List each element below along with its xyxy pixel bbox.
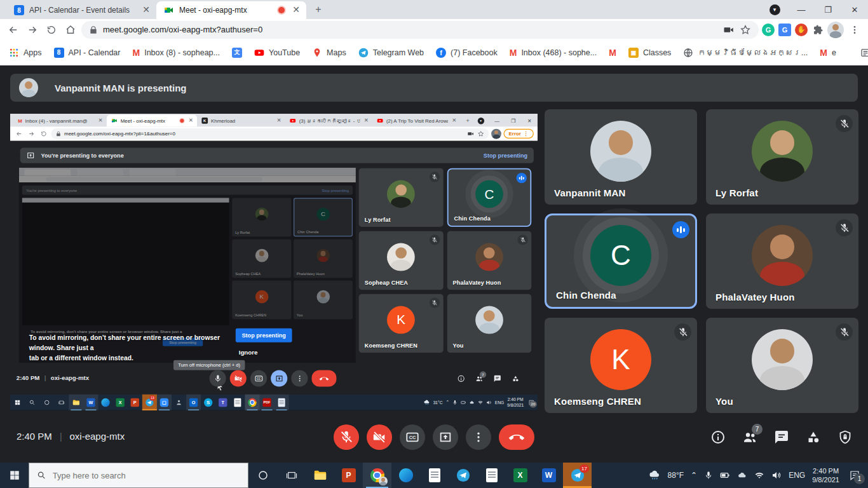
bookmark-classes[interactable]: ▣Classes — [628, 48, 671, 58]
avatar — [475, 243, 503, 271]
bookmark-youtube[interactable]: YouTube — [254, 48, 300, 58]
taskbar-excel[interactable]: X — [506, 463, 534, 488]
mic-muted-icon — [517, 234, 527, 245]
tab-camera-icon[interactable] — [723, 24, 735, 36]
participant-tile-koemseng[interactable]: K Koemseng CHREN — [545, 318, 697, 413]
browser-address-bar: meet.google.com/oxi-eapg-mtx?authuser=0 … — [0, 19, 868, 40]
omnibox[interactable]: meet.google.com/oxi-eapg-mtx?authuser=0 — [81, 21, 759, 39]
taskbar-word[interactable]: W — [534, 463, 563, 488]
bookmark-facebook[interactable]: f(7) Facebook — [436, 48, 498, 58]
close-button[interactable]: ✕ — [841, 0, 868, 19]
people-count-badge: 7 — [752, 424, 763, 435]
tray-chevron-icon[interactable]: ⌃ — [691, 471, 697, 480]
taskbar-file-explorer[interactable] — [306, 463, 334, 488]
participant-grid: Vanpannit MAN Ly Rorfat C Chin Chenda Ph… — [545, 109, 858, 413]
mic-off-button[interactable] — [334, 424, 359, 450]
bookmark-inbox-8[interactable]: MInbox (8) - sopheap... — [132, 48, 220, 58]
more-options-button[interactable] — [466, 424, 491, 450]
you-are-presenting-banner: You're presenting to everyone Stop prese… — [20, 147, 534, 163]
weather-temp[interactable]: 88°F — [668, 471, 684, 480]
back-icon[interactable] — [5, 22, 22, 38]
captions-button[interactable]: CC — [400, 424, 425, 450]
bookmark-apps[interactable]: Apps — [9, 48, 42, 58]
reading-list-button[interactable]: Reading list — [860, 48, 868, 58]
language-indicator[interactable]: ENG — [789, 471, 805, 480]
host-controls-icon[interactable] — [837, 430, 853, 445]
start-button[interactable] — [0, 463, 29, 488]
minimize-button[interactable]: — — [788, 0, 815, 19]
extensions-puzzle-icon[interactable] — [811, 23, 825, 37]
bookmark-gmail[interactable]: M — [609, 48, 616, 58]
tray-battery-icon[interactable] — [720, 470, 730, 480]
maximize-button[interactable]: ❐ — [815, 0, 841, 19]
participant-tile-phalavatey[interactable]: PhalaVatey Huon — [706, 214, 858, 309]
translate-extension-icon[interactable]: G — [778, 23, 792, 37]
new-tab-button[interactable]: + — [310, 1, 327, 18]
camera-off-button[interactable] — [367, 424, 392, 450]
participant-tile-speaking: C Chin Chenda — [447, 168, 531, 227]
bookmark-translate[interactable]: 文 — [232, 48, 242, 58]
taskbar-chrome-active[interactable] — [363, 463, 391, 488]
youtube-icon — [377, 118, 383, 124]
tray-wifi-icon[interactable] — [754, 470, 764, 480]
screen-share-stage[interactable]: M Inbox (4) - vanpannit.man@✕ Meet - oxi… — [10, 114, 538, 410]
bookmark-khmer-site[interactable]: កម្មវិធីបម្លែងអក្សរ... — [683, 48, 808, 58]
taskbar-telegram-active[interactable]: 17 — [563, 463, 592, 488]
grammarly-extension-icon[interactable]: G — [761, 23, 775, 37]
bookmark-inbox-468[interactable]: MInbox (468) - sophe... — [510, 48, 597, 58]
mic-muted-icon — [674, 323, 691, 341]
taskbar-powerpoint[interactable]: P — [334, 463, 363, 488]
reload-icon[interactable] — [43, 22, 60, 38]
weather-icon[interactable] — [648, 469, 661, 482]
tab-meet[interactable]: Meet - oxi-eapg-mtx ✕ — [156, 1, 306, 19]
bookmark-e[interactable]: Me — [820, 48, 836, 58]
panel-icons: 7 — [710, 430, 853, 445]
ignore-button: Ignore — [239, 349, 258, 356]
cortana-button[interactable] — [248, 463, 277, 488]
taskbar-edge[interactable] — [391, 463, 420, 488]
tab-close-icon[interactable]: ✕ — [141, 5, 151, 15]
media-controls-icon[interactable]: ▾ — [761, 0, 788, 19]
taskbar-chrome-active — [245, 395, 259, 410]
present-button-active — [271, 370, 287, 386]
tray-mic-icon[interactable] — [704, 471, 713, 480]
tab-close-icon[interactable]: ✕ — [291, 5, 301, 15]
bookmark-telegram-web[interactable]: Telegram Web — [358, 48, 424, 58]
desktop: { "chrome": { "tabs": [ {"title": "API -… — [0, 0, 868, 488]
participant-tile-rorfat[interactable]: Ly Rorfat — [706, 109, 858, 205]
tray-wifi-icon — [478, 400, 484, 405]
facebook-icon: f — [436, 48, 446, 58]
participant-tile-vanpannit[interactable]: Vanpannit MAN — [545, 109, 697, 205]
taskbar-doc — [275, 395, 289, 410]
tab-api-calendar[interactable]: 8 API - Calendar - Event details ✕ — [6, 1, 156, 19]
profile-avatar[interactable] — [827, 22, 844, 38]
bookmark-star-icon[interactable] — [740, 24, 751, 36]
activities-icon[interactable] — [806, 430, 821, 445]
task-view-button[interactable] — [277, 463, 306, 488]
taskbar-search[interactable] — [29, 463, 248, 488]
end-call-button[interactable] — [499, 424, 534, 450]
people-icon[interactable]: 7 — [742, 430, 757, 445]
taskbar-clock[interactable]: 2:40 PM9/8/2021 — [812, 466, 839, 485]
present-button[interactable] — [433, 424, 458, 450]
chat-icon[interactable] — [774, 430, 789, 445]
avatar — [475, 306, 503, 334]
taskbar-notepad[interactable] — [420, 463, 449, 488]
browser-menu-icon[interactable] — [846, 22, 863, 38]
search-input[interactable] — [53, 471, 240, 480]
activities-icon — [512, 375, 519, 383]
bookmark-api-calendar[interactable]: 8API - Calendar — [54, 48, 121, 58]
taskbar-telegram[interactable] — [449, 463, 477, 488]
participant-tile-chenda-speaking[interactable]: C Chin Chenda — [545, 214, 697, 309]
participant-tile-you[interactable]: You — [706, 318, 858, 413]
forward-icon[interactable] — [24, 22, 41, 38]
action-center-icon[interactable]: 1 — [849, 470, 860, 481]
tray-volume-icon[interactable] — [771, 470, 782, 480]
home-icon[interactable] — [62, 22, 79, 38]
tray-onedrive-icon[interactable] — [737, 470, 747, 480]
info-icon[interactable] — [710, 430, 726, 445]
taskbar-doc[interactable] — [477, 463, 506, 488]
adblock-extension-icon[interactable]: ✋ — [794, 23, 808, 37]
bookmark-maps[interactable]: Maps — [312, 48, 346, 58]
gmail-icon: M — [132, 48, 140, 58]
